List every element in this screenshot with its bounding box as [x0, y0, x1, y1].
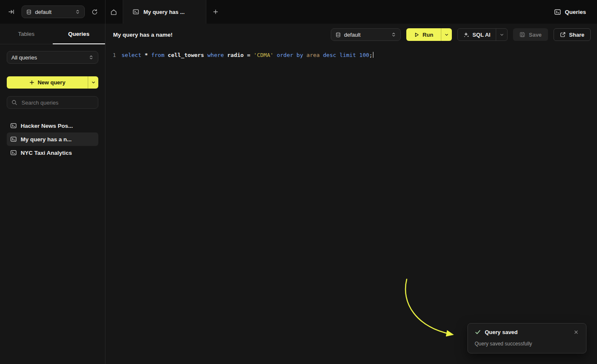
- chevrons-up-down-icon: [391, 32, 396, 37]
- sql-token: =: [247, 52, 254, 58]
- new-query-dropdown-button[interactable]: [88, 76, 98, 89]
- run-options-button[interactable]: [441, 28, 452, 41]
- share-icon: [560, 32, 566, 38]
- share-button-label: Share: [569, 32, 584, 38]
- sql-token: radio: [227, 52, 247, 58]
- queries-filter-value: All queries: [11, 54, 37, 61]
- sql-code: select * from cell_towers where radio = …: [122, 51, 373, 59]
- queries-indicator-label: Queries: [565, 9, 586, 15]
- sql-token: from: [151, 52, 167, 58]
- search-icon: [11, 100, 17, 105]
- database-selector-value: default: [35, 9, 51, 15]
- new-query-button-group: New query: [7, 76, 98, 89]
- check-icon: [475, 329, 481, 335]
- top-bar: default My query has ...: [0, 0, 597, 24]
- code-line: 1 select * from cell_towers where radio …: [105, 51, 597, 59]
- home-button[interactable]: [109, 7, 119, 17]
- database-selector[interactable]: default: [22, 5, 85, 18]
- save-button[interactable]: Save: [513, 28, 548, 41]
- tab-queries-label: Queries: [68, 31, 89, 37]
- close-icon: [574, 330, 578, 334]
- toast-message: Query saved successfully: [475, 341, 579, 347]
- text-cursor: [373, 52, 374, 58]
- run-button-label: Run: [423, 32, 433, 38]
- sql-editor[interactable]: 1 select * from cell_towers where radio …: [105, 46, 597, 364]
- query-list-item[interactable]: Hacker News Pos...: [7, 119, 98, 132]
- query-list-item[interactable]: NYC Taxi Analytics: [7, 146, 98, 159]
- query-title[interactable]: My query has a name!: [113, 32, 173, 38]
- save-button-label: Save: [529, 32, 541, 38]
- query-item-label: NYC Taxi Analytics: [21, 150, 72, 156]
- new-query-label: New query: [38, 79, 65, 86]
- tab-tables[interactable]: Tables: [0, 24, 53, 44]
- toast-title: Query saved: [485, 329, 518, 335]
- sql-ai-options-button[interactable]: [496, 29, 507, 40]
- sql-token: 'CDMA': [254, 52, 277, 58]
- sql-token: desc: [323, 52, 340, 58]
- query-tab[interactable]: My query has ...: [123, 0, 206, 24]
- sql-token: cell_towers: [168, 52, 208, 58]
- sql-token: where: [208, 52, 227, 58]
- refresh-icon: [92, 9, 98, 15]
- app-root: default My query has ...: [0, 0, 597, 364]
- query-list-item[interactable]: My query has a n...: [7, 132, 98, 146]
- sql-ai-button[interactable]: SQL AI: [458, 29, 496, 40]
- query-item-label: Hacker News Pos...: [21, 123, 73, 129]
- top-bar-left: default: [0, 0, 105, 24]
- sidebar-body: All queries New query: [0, 44, 105, 166]
- sidebar: Tables Queries All queries New query: [0, 24, 105, 364]
- new-tab-button[interactable]: [211, 8, 220, 16]
- sql-token: 100: [359, 52, 369, 58]
- database-selector-main-value: default: [344, 32, 361, 38]
- chevron-down-icon: [444, 32, 449, 37]
- query-tab-label: My query has ...: [143, 9, 185, 15]
- query-icon: [10, 149, 17, 156]
- tab-tables-label: Tables: [18, 31, 35, 37]
- search-queries-box: [7, 96, 98, 109]
- save-icon: [519, 32, 525, 38]
- run-button[interactable]: Run: [406, 28, 441, 41]
- sql-token: limit: [340, 52, 359, 58]
- chevrons-up-down-icon: [75, 9, 80, 14]
- sql-ai-label: SQL AI: [473, 32, 491, 38]
- query-icon: [10, 136, 17, 143]
- share-button[interactable]: Share: [554, 28, 591, 41]
- plus-icon: [213, 9, 219, 15]
- chevrons-up-down-icon: [89, 55, 94, 60]
- run-button-group: Run: [406, 28, 452, 41]
- home-icon: [110, 8, 117, 16]
- line-number: 1: [105, 51, 122, 59]
- query-icon: [132, 8, 139, 15]
- query-list: Hacker News Pos... My query has a n... N…: [7, 119, 98, 159]
- query-header: My query has a name! default Run: [105, 24, 597, 46]
- sidebar-collapse-button[interactable]: [7, 7, 16, 16]
- queries-indicator[interactable]: Queries: [554, 8, 586, 16]
- query-item-label: My query has a n...: [21, 136, 72, 143]
- sql-ai-button-group: SQL AI: [457, 28, 508, 41]
- search-queries-input[interactable]: [21, 99, 94, 106]
- queries-icon: [554, 8, 561, 16]
- queries-filter-select[interactable]: All queries: [7, 51, 98, 64]
- sidebar-tabs: Tables Queries: [0, 24, 105, 44]
- new-query-button[interactable]: New query: [7, 76, 88, 89]
- plus-icon: [29, 80, 35, 85]
- sql-token: area: [306, 52, 323, 58]
- sql-token: order by: [277, 52, 306, 58]
- chevron-down-icon: [500, 32, 504, 37]
- toast-notification: Query saved Query saved successfully: [467, 323, 586, 353]
- play-icon: [414, 32, 419, 38]
- sidebar-collapse-icon: [8, 8, 15, 15]
- tab-queries[interactable]: Queries: [53, 24, 105, 44]
- chevron-down-icon: [91, 80, 96, 85]
- database-icon: [26, 9, 32, 15]
- database-icon: [335, 32, 341, 38]
- sql-token: select: [122, 52, 145, 58]
- sparkle-icon: [463, 32, 469, 38]
- database-selector-main[interactable]: default: [331, 28, 401, 41]
- refresh-button[interactable]: [90, 8, 99, 16]
- top-bar-main: My query has ... Queries: [105, 0, 597, 24]
- query-icon: [10, 122, 17, 129]
- sql-token: ;: [369, 52, 373, 58]
- main-panel: My query has a name! default Run: [105, 24, 597, 364]
- toast-close-button[interactable]: [573, 329, 579, 335]
